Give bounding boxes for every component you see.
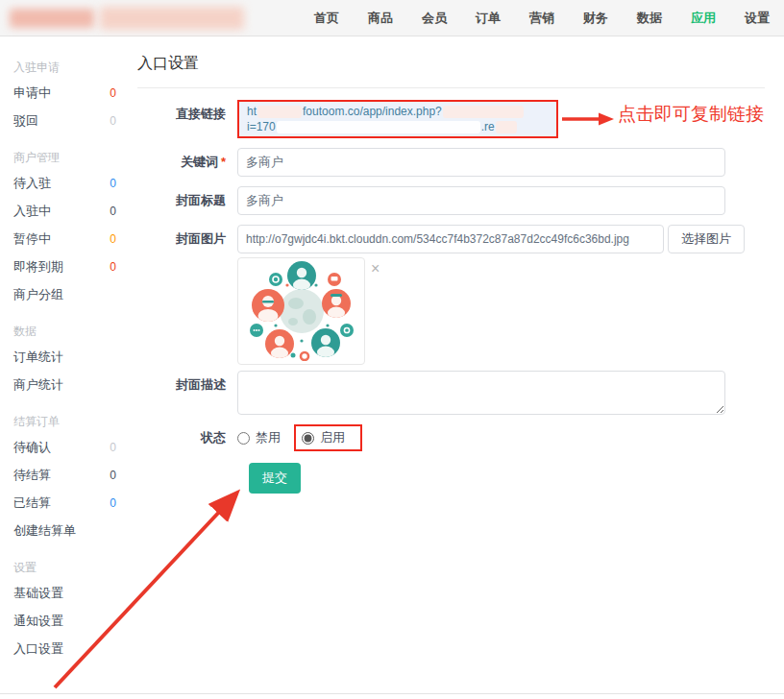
sidebar-item-pending-settle[interactable]: 待结算 0 [0, 461, 130, 489]
count-badge: 0 [110, 232, 116, 246]
sidebar-item-rejected[interactable]: 驳回 0 [0, 107, 130, 134]
radio-enabled[interactable] [302, 432, 314, 445]
count-badge: 0 [110, 177, 116, 190]
page-title: 入口设置 [137, 54, 765, 88]
keyword-row: 关键词* [137, 148, 765, 177]
cover-desc-textarea[interactable] [237, 371, 725, 415]
logo [10, 7, 244, 30]
sidebar-item-basic-settings[interactable]: 基础设置 [0, 579, 130, 607]
radio-disabled[interactable] [237, 432, 250, 445]
section-title: 数据 [0, 320, 130, 343]
cover-image-preview [237, 257, 365, 365]
status-radio-group: 禁用 启用 [237, 424, 362, 451]
count-badge: 0 [110, 441, 116, 454]
nav-item-finance[interactable]: 财务 [569, 0, 623, 36]
submit-row: 提交 [137, 463, 765, 494]
count-badge: 0 [110, 469, 116, 482]
sidebar-item-entering[interactable]: 入驻中 0 [0, 197, 130, 225]
direct-link-label: 直接链接 [137, 100, 237, 129]
status-option-enabled[interactable]: 启用 [302, 429, 345, 446]
sidebar-item-entry-settings[interactable]: 入口设置 [0, 635, 130, 663]
direct-link-row: 直接链接 htfoutoom.co/app/index.php? i=170.r… [137, 100, 765, 138]
status-highlight-box: 启用 [294, 424, 362, 451]
sidebar-item-merchant-stats[interactable]: 商户统计 [0, 371, 130, 398]
logo-text-redacted [100, 7, 244, 30]
cover-desc-row: 封面描述 [137, 371, 765, 415]
cover-title-label: 封面标题 [137, 186, 237, 215]
count-badge: 0 [110, 114, 116, 128]
sidebar-item-create-settlement[interactable]: 创建结算单 [0, 517, 130, 544]
copy-link-annotation: 点击即可复制链接 [618, 102, 764, 127]
nav-item-orders[interactable]: 订单 [461, 0, 515, 36]
section-title: 结算订单 [0, 410, 130, 433]
keyword-label: 关键词* [137, 148, 237, 177]
nav-item-marketing[interactable]: 营销 [515, 0, 569, 36]
nav-item-home[interactable]: 首页 [300, 0, 354, 36]
redacted-text [443, 106, 524, 118]
sidebar-section-settings: 设置 基础设置 通知设置 入口设置 [0, 556, 130, 663]
redacted-text [277, 121, 480, 133]
status-option-disabled[interactable]: 禁用 [237, 429, 281, 446]
cover-image-row: 封面图片 选择图片 [137, 225, 765, 253]
direct-link-value[interactable]: htfoutoom.co/app/index.php? i=170.re [239, 102, 556, 136]
sidebar-section-entry-apply: 入驻申请 申请中 0 驳回 0 [0, 56, 130, 134]
image-preview-row: × [137, 257, 765, 365]
sidebar-item-notify-settings[interactable]: 通知设置 [0, 607, 130, 635]
submit-button[interactable]: 提交 [249, 463, 301, 494]
count-badge: 0 [110, 205, 116, 218]
nav-item-members[interactable]: 会员 [407, 0, 461, 36]
nav-item-apps[interactable]: 应用 [676, 0, 730, 36]
count-badge: 0 [110, 86, 116, 100]
direct-link-highlight-box: htfoutoom.co/app/index.php? i=170.re [237, 100, 558, 138]
nav-item-goods[interactable]: 商品 [354, 0, 407, 36]
sidebar-item-paused[interactable]: 暂停中 0 [0, 225, 130, 253]
link-line-2: i=170.re [247, 119, 549, 134]
section-title: 商户管理 [0, 146, 130, 169]
choose-image-button[interactable]: 选择图片 [668, 225, 745, 253]
link-line-1: htfoutoom.co/app/index.php? [247, 104, 549, 119]
sidebar-item-applying[interactable]: 申请中 0 [0, 79, 130, 107]
sidebar: 入驻申请 申请中 0 驳回 0 商户管理 待入驻 0 入驻中 0 暂停中 0 即… [0, 36, 130, 699]
sidebar-section-data: 数据 订单统计 商户统计 [0, 320, 130, 398]
cover-title-input[interactable] [237, 186, 725, 215]
cover-desc-label: 封面描述 [137, 371, 237, 399]
annotation-arrow-icon [561, 108, 615, 130]
people-globe-illustration [243, 261, 360, 361]
nav-item-data[interactable]: 数据 [623, 0, 676, 36]
main-nav: 首页 商品 会员 订单 营销 财务 数据 应用 设置 [300, 0, 784, 36]
section-title: 设置 [0, 556, 130, 579]
redacted-text [257, 106, 302, 118]
sidebar-section-settlement: 结算订单 待确认 0 待结算 0 已结算 0 创建结算单 [0, 410, 130, 544]
sidebar-item-expiring[interactable]: 即将到期 0 [0, 253, 130, 280]
sidebar-section-merchant-mgmt: 商户管理 待入驻 0 入驻中 0 暂停中 0 即将到期 0 商户分组 [0, 146, 130, 308]
keyword-input[interactable] [237, 148, 725, 177]
required-asterisk: * [221, 155, 226, 169]
sidebar-item-pending-entry[interactable]: 待入驻 0 [0, 169, 130, 197]
status-label: 状态 [137, 425, 237, 450]
cover-image-label: 封面图片 [137, 225, 237, 253]
main-content: 入口设置 直接链接 htfoutoom.co/app/index.php? i=… [130, 36, 784, 699]
sidebar-item-pending-confirm[interactable]: 待确认 0 [0, 433, 130, 461]
count-badge: 0 [110, 260, 116, 274]
nav-item-settings[interactable]: 设置 [730, 0, 784, 36]
count-badge: 0 [110, 496, 116, 510]
cover-image-url-input[interactable] [237, 225, 664, 253]
sidebar-item-merchant-groups[interactable]: 商户分组 [0, 280, 130, 308]
section-title: 入驻申请 [0, 56, 130, 79]
close-icon[interactable]: × [371, 261, 380, 277]
logo-redacted [10, 9, 94, 28]
status-row: 状态 禁用 启用 [137, 424, 765, 451]
top-navbar: 首页 商品 会员 订单 营销 财务 数据 应用 设置 B S ▾ [0, 0, 784, 36]
redacted-text [496, 121, 517, 133]
page-bottom-divider [0, 693, 784, 694]
sidebar-item-settled[interactable]: 已结算 0 [0, 489, 130, 517]
sidebar-item-order-stats[interactable]: 订单统计 [0, 343, 130, 371]
cover-title-row: 封面标题 [137, 186, 765, 215]
